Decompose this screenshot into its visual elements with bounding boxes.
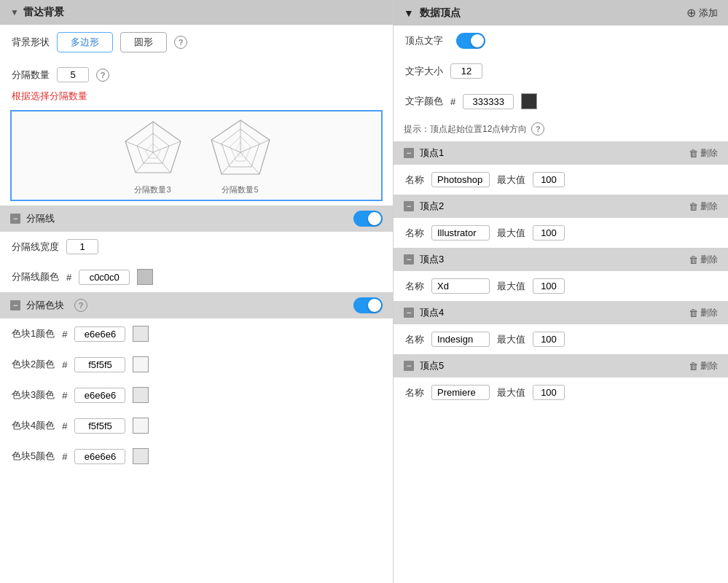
vertex-1-name-input[interactable] bbox=[431, 172, 490, 187]
color-block-1-row: 色块1颜色 # bbox=[0, 318, 393, 349]
color-block-toggle-wrap[interactable] bbox=[353, 297, 383, 313]
vertex-text-toggle[interactable] bbox=[456, 33, 485, 49]
divider-width-row: 分隔线宽度 bbox=[0, 232, 393, 262]
vertex-5-title: 顶点5 bbox=[420, 359, 444, 372]
divider-count-input[interactable] bbox=[57, 67, 89, 82]
color-block-1-input[interactable] bbox=[74, 326, 125, 342]
color-block-3-input[interactable] bbox=[74, 388, 125, 403]
shape-figure-3: 分隔数量3 bbox=[117, 116, 189, 195]
collapse-icon[interactable]: ▼ bbox=[10, 7, 19, 17]
font-size-label: 文字大小 bbox=[405, 65, 443, 78]
svg-line-17 bbox=[211, 140, 240, 152]
vertex-4-name-input[interactable] bbox=[431, 332, 490, 347]
bg-shape-label: 背景形状 bbox=[12, 36, 50, 49]
trash-icon-5: 🗑 bbox=[689, 361, 698, 372]
divider-count-label: 分隔数量 bbox=[12, 69, 50, 82]
shape-svg-3 bbox=[117, 116, 189, 181]
color-block-4-input[interactable] bbox=[74, 418, 125, 434]
delete-vertex-5-button[interactable]: 🗑 删除 bbox=[689, 360, 718, 372]
divider-line-collapse[interactable]: − bbox=[10, 214, 20, 224]
trash-icon-2: 🗑 bbox=[689, 201, 698, 212]
vertex-3-name-input[interactable] bbox=[431, 278, 490, 294]
color-block-3-swatch[interactable] bbox=[133, 387, 149, 403]
vertex-5-detail: 名称 最大值 bbox=[394, 377, 728, 407]
vertex-4-collapse[interactable]: − bbox=[404, 308, 414, 318]
vertex-4-max-input[interactable] bbox=[533, 332, 565, 347]
delete-vertex-2-button[interactable]: 🗑 删除 bbox=[689, 200, 718, 213]
vertex-text-row: 顶点文字 bbox=[394, 26, 728, 56]
trash-icon-4: 🗑 bbox=[689, 308, 698, 318]
tab-polygon[interactable]: 多边形 bbox=[57, 32, 113, 52]
hint-row: 提示：顶点起始位置12点钟方向 ? bbox=[394, 117, 728, 141]
vertex-5-max-label: 最大值 bbox=[497, 386, 525, 399]
vertex-4-max-label: 最大值 bbox=[497, 333, 525, 346]
color-block-1-label: 色块1颜色 bbox=[12, 327, 55, 340]
trash-icon-1: 🗑 bbox=[689, 148, 698, 159]
vertex-2-section: − 顶点2 🗑 删除 bbox=[394, 195, 728, 218]
right-panel: ▼ 数据顶点 ⊕ 添加 顶点文字 文字大小 文字颜色 # 提示：顶点起始位置12… bbox=[394, 0, 728, 583]
font-size-row: 文字大小 bbox=[394, 56, 728, 86]
color-block-label: 分隔色块 bbox=[26, 299, 64, 312]
color-block-4-row: 色块4颜色 # bbox=[0, 410, 393, 441]
color-block-5-input[interactable] bbox=[74, 449, 125, 464]
left-panel: ▼ 雷达背景 背景形状 多边形 圆形 ? 分隔数量 ? 根据选择分隔数量 bbox=[0, 0, 394, 583]
delete-label-4: 删除 bbox=[700, 307, 718, 319]
vertex-1-max-input[interactable] bbox=[533, 172, 565, 187]
right-title: 数据顶点 bbox=[420, 7, 461, 20]
vertex-2-name-label: 名称 bbox=[405, 227, 424, 240]
svg-line-5 bbox=[153, 152, 171, 173]
vertex-2-title: 顶点2 bbox=[420, 200, 444, 213]
divider-count-help-icon[interactable]: ? bbox=[96, 69, 109, 82]
color-block-2-input[interactable] bbox=[74, 357, 125, 372]
delete-vertex-4-button[interactable]: 🗑 删除 bbox=[689, 307, 718, 319]
font-color-input[interactable] bbox=[463, 94, 514, 109]
divider-line-section: − 分隔线 bbox=[0, 206, 393, 232]
color-block-3-hash: # bbox=[62, 390, 67, 401]
hint-help-icon[interactable]: ? bbox=[531, 122, 544, 136]
font-color-label: 文字颜色 bbox=[405, 95, 443, 108]
divider-color-swatch[interactable] bbox=[137, 269, 153, 285]
vertex-3-max-input[interactable] bbox=[533, 278, 565, 294]
delete-vertex-3-button[interactable]: 🗑 删除 bbox=[689, 254, 718, 266]
color-block-section: − 分隔色块 ? bbox=[0, 292, 393, 318]
divider-line-toggle[interactable] bbox=[353, 211, 383, 227]
shape-figure-5: 分隔数量5 bbox=[204, 116, 277, 195]
vertex-5-name-input[interactable] bbox=[431, 385, 490, 400]
color-block-toggle[interactable] bbox=[353, 297, 383, 313]
vertex-4-detail: 名称 最大值 bbox=[394, 324, 728, 354]
right-collapse-icon[interactable]: ▼ bbox=[404, 7, 414, 19]
color-block-1-swatch[interactable] bbox=[133, 326, 149, 342]
vertex-3-collapse[interactable]: − bbox=[404, 254, 414, 265]
color-block-collapse[interactable]: − bbox=[10, 300, 20, 310]
tab-circle[interactable]: 圆形 bbox=[120, 32, 167, 52]
shape-label-5: 分隔数量5 bbox=[222, 184, 258, 195]
color-block-3-label: 色块3颜色 bbox=[12, 388, 55, 402]
divider-width-input[interactable] bbox=[66, 239, 98, 254]
bg-shape-help-icon[interactable]: ? bbox=[174, 36, 187, 49]
vertex-2-name-input[interactable] bbox=[431, 225, 490, 240]
add-vertex-button[interactable]: ⊕ 添加 bbox=[686, 6, 718, 20]
vertex-5-collapse[interactable]: − bbox=[404, 361, 414, 371]
delete-label-3: 删除 bbox=[700, 254, 718, 266]
add-label: 添加 bbox=[699, 7, 718, 20]
vertex-5-max-input[interactable] bbox=[533, 385, 565, 400]
shape-label-3: 分隔数量3 bbox=[134, 184, 171, 195]
delete-label-1: 删除 bbox=[700, 147, 718, 160]
vertex-2-max-input[interactable] bbox=[533, 225, 565, 240]
vertex-1-name-label: 名称 bbox=[405, 173, 424, 187]
vertex-4-title: 顶点4 bbox=[420, 306, 444, 319]
delete-vertex-1-button[interactable]: 🗑 删除 bbox=[689, 147, 718, 160]
svg-line-15 bbox=[240, 152, 259, 174]
divider-line-toggle-wrap[interactable] bbox=[353, 211, 383, 227]
color-block-2-swatch[interactable] bbox=[133, 356, 149, 372]
color-block-5-swatch[interactable] bbox=[133, 448, 149, 464]
font-size-input[interactable] bbox=[450, 63, 482, 79]
color-block-help-icon[interactable]: ? bbox=[74, 299, 87, 312]
vertex-1-collapse[interactable]: − bbox=[404, 148, 414, 158]
font-color-row: 文字颜色 # bbox=[394, 86, 728, 117]
divider-color-input[interactable] bbox=[79, 270, 130, 285]
vertex-2-collapse[interactable]: − bbox=[404, 201, 414, 211]
color-block-4-swatch[interactable] bbox=[133, 418, 149, 434]
font-color-swatch[interactable] bbox=[521, 93, 537, 109]
red-hint: 根据选择分隔数量 bbox=[0, 90, 393, 106]
